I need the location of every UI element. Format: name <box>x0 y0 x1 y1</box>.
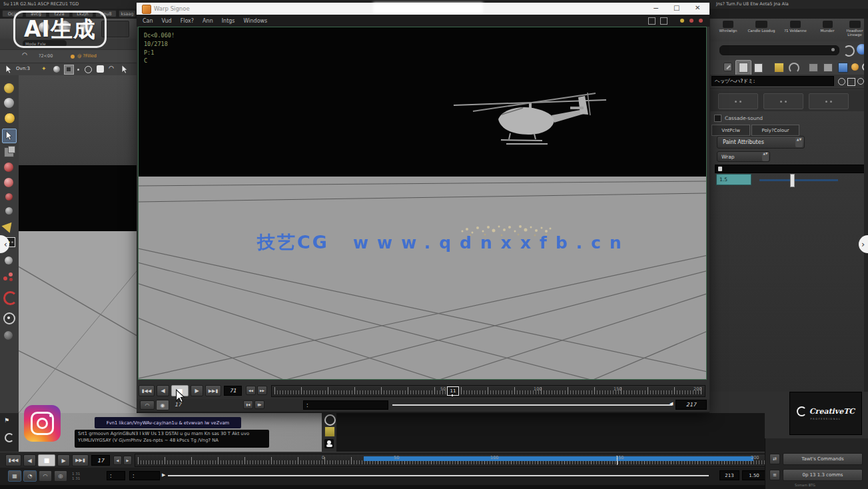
selected-tool-icon[interactable] <box>64 65 74 75</box>
shelf-item[interactable]: ?1 Veldanne <box>781 20 810 40</box>
shelf-tab[interactable]: ksaag <box>119 10 136 17</box>
step-back-button[interactable]: ◀ <box>23 454 36 466</box>
stop-button[interactable]: ■ <box>38 454 55 466</box>
range-current-field[interactable]: : <box>129 471 160 480</box>
character-button[interactable]: ◔ <box>23 470 37 482</box>
wrench-icon[interactable] <box>723 63 732 71</box>
tool-icon-dark[interactable] <box>4 331 13 340</box>
maximize-button[interactable]: □ <box>673 4 679 11</box>
swatch-tab[interactable] <box>763 93 803 109</box>
range-slider-line[interactable] <box>168 475 709 476</box>
play-button[interactable]: ▶ <box>57 454 70 466</box>
comms-button[interactable]: 0p 13 1.3 comms <box>783 469 863 481</box>
tool-icon-crescent[interactable] <box>3 291 17 305</box>
checkbox[interactable] <box>714 115 721 122</box>
import-icon[interactable] <box>823 63 833 72</box>
main-timeline-ruler[interactable]: 0 50 100 150 200 <box>135 454 771 467</box>
ring-tool-icon[interactable] <box>85 66 92 73</box>
doc-icon[interactable] <box>754 63 763 73</box>
menu-item[interactable]: Ann <box>203 18 213 24</box>
current-frame-marker[interactable]: 11 <box>447 386 459 396</box>
win-go-end-button[interactable]: ▶▶▮ <box>205 385 221 396</box>
menu-item[interactable]: Intgs <box>222 18 235 24</box>
win-loop-button[interactable]: ◉ <box>156 400 169 410</box>
win-snap-button[interactable]: ◠ <box>140 400 155 410</box>
win-range-end-button[interactable]: ▮▶ <box>254 400 264 409</box>
menu-item[interactable]: Can <box>143 18 153 24</box>
win-range-field[interactable]: : <box>303 400 388 410</box>
go-end-button[interactable]: ▶▶▮ <box>72 454 89 466</box>
arrow-tool-icon[interactable] <box>121 65 128 74</box>
arc-icon[interactable]: ◠ <box>22 51 27 58</box>
tab-vertex-paint[interactable]: VntPclw <box>711 125 750 136</box>
right-search-field[interactable] <box>719 45 839 55</box>
curve-button[interactable]: ◠ <box>39 470 52 482</box>
win-range-start-button[interactable]: ▮◀ <box>243 400 253 409</box>
tab-poly-colour[interactable]: Poly?Colour <box>751 125 799 136</box>
panel-toggle2-icon[interactable] <box>660 17 667 25</box>
tool-icon-dots[interactable] <box>5 256 13 264</box>
win-prev-key-button[interactable]: ◀◀ <box>246 386 256 395</box>
dropdown-spinner[interactable]: ▲▼ <box>762 152 769 161</box>
tool-icon-gray-small[interactable] <box>5 207 13 215</box>
tool-icon-selected-cursor[interactable] <box>2 129 17 143</box>
window-timeline-ruler[interactable]: 50 100 150 200 11 <box>271 385 705 397</box>
filter-field[interactable]: ヘッヅヘハ?ドミ: <box>711 76 834 86</box>
tool-icon-paint[interactable] <box>4 83 14 93</box>
tool-icon-red-small[interactable] <box>5 193 13 201</box>
bg-menu-left[interactable]: 5u 11R G2.Nu1 A5CP RECZU1 TGD <box>3 1 79 7</box>
slider-handle[interactable] <box>790 174 795 187</box>
window-titlebar[interactable]: Warp Signoe − □ ✕ <box>137 3 709 15</box>
lasso-tool-icon[interactable]: ◠ <box>109 65 114 71</box>
record-icon[interactable] <box>324 414 336 426</box>
viewport[interactable]: Dc<0.060! 10/2718 P:1 C 技艺CG www.qdnxxfb… <box>138 27 707 380</box>
tool-icon-molecule[interactable] <box>3 272 14 282</box>
grid-icon[interactable] <box>324 426 335 437</box>
range-end-b[interactable]: 1.50 <box>742 470 766 480</box>
grid-yellow-icon[interactable] <box>774 63 784 73</box>
tool-icon-red-sphere[interactable] <box>4 163 13 172</box>
win-range-slider-line[interactable] <box>392 404 672 406</box>
range-prev-button[interactable]: ◀ <box>113 456 122 465</box>
tool-icon-yellow-ring[interactable] <box>4 113 15 124</box>
panel-toggle-icon[interactable] <box>648 17 655 25</box>
field-spinner-dot[interactable] <box>831 48 835 51</box>
dot-tool-icon[interactable] <box>77 69 79 71</box>
win-step-back-button[interactable]: ◀ <box>157 385 169 396</box>
cursor-tool-icon[interactable] <box>5 65 12 74</box>
shelf-item[interactable]: Headlver Lineage <box>843 20 866 40</box>
anim-layer-button[interactable]: ▦ <box>8 470 21 482</box>
grid-blue-icon[interactable] <box>838 63 848 73</box>
sphere-tool-icon[interactable] <box>53 66 60 73</box>
shelf-item[interactable]: Whnlwlgn <box>715 20 741 40</box>
attribute-name-bar[interactable] <box>715 165 865 173</box>
bg-menu-right[interactable]: Jns? Turn.Fu U8 Etw Aeta5 Jna Ala <box>716 1 789 7</box>
left-viewport-black[interactable] <box>19 165 137 231</box>
menu-item[interactable]: Flox? <box>181 18 194 24</box>
range-next-button[interactable]: ▶ <box>123 456 132 465</box>
value-field[interactable]: 1.5 <box>716 174 751 185</box>
frame-icon[interactable] <box>847 78 855 86</box>
menu-item[interactable]: Vud <box>162 18 172 24</box>
active-tool-button[interactable] <box>735 60 751 76</box>
tool-icon-camera-ring[interactable] <box>3 312 15 324</box>
slider-track[interactable] <box>759 179 838 181</box>
tool-icon-brush[interactable] <box>1 219 15 233</box>
win-next-key-button[interactable]: ▶▶ <box>257 386 267 395</box>
range-end-a[interactable]: 213 <box>719 470 739 480</box>
search-small-icon[interactable] <box>857 78 864 85</box>
range-start-field[interactable]: : <box>107 471 125 480</box>
sync-icon-button[interactable]: ⇄ <box>769 454 780 464</box>
swatch-tab[interactable] <box>809 93 849 109</box>
add-user-icon[interactable] <box>838 78 845 85</box>
flag-icon[interactable]: ⚑ <box>4 417 9 424</box>
swatch-tab[interactable] <box>718 93 758 109</box>
commands-button[interactable]: Tawt's Commands <box>783 453 863 465</box>
star-tool-icon[interactable]: ✦ <box>41 65 47 72</box>
orange-ball-icon[interactable] <box>851 63 859 71</box>
lock-person-icon[interactable] <box>324 439 334 448</box>
refresh-icon[interactable] <box>789 63 799 73</box>
win-range-end-box[interactable]: 217 <box>675 400 707 410</box>
shelf-item[interactable]: Candle Loodug <box>746 20 777 40</box>
tool-icon-pink[interactable] <box>4 178 13 187</box>
